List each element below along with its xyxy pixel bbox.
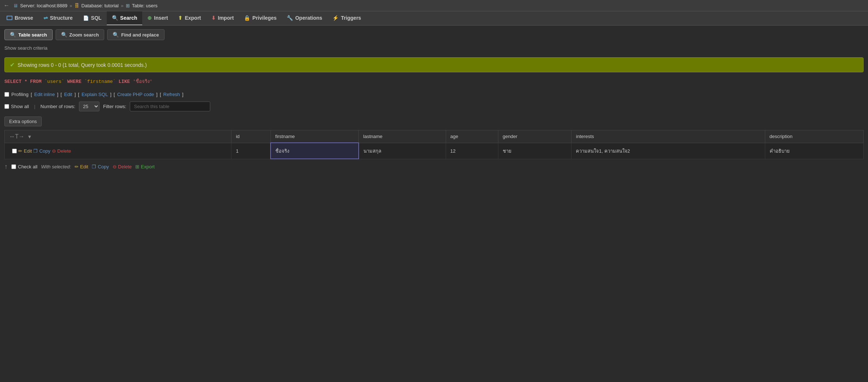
- row-description-value: คำอธิบาย: [770, 148, 790, 154]
- delete-row-icon: ⊖: [52, 148, 56, 154]
- sql-where: WHERE: [67, 79, 82, 84]
- bottom-edit-link[interactable]: ✏ Edit: [75, 164, 88, 169]
- filter-rows-label: Filter rows:: [103, 104, 127, 109]
- sql-table-name: `users`: [44, 79, 64, 84]
- sql-block: SELECT * FROM `users` WHERE `firstname` …: [4, 76, 864, 88]
- tab-operations[interactable]: 🔧 Operations: [282, 11, 327, 25]
- tab-structure[interactable]: ⇌ Structure: [38, 11, 78, 25]
- rows-per-page-select[interactable]: 25 50 100 250: [79, 102, 99, 111]
- db-label: Database: tutorial: [82, 3, 119, 8]
- bottom-copy-label: Copy: [98, 164, 109, 169]
- show-criteria-text: Show search criteria: [4, 45, 48, 51]
- col-header-lastname[interactable]: lastname: [359, 130, 446, 143]
- profiling-line: Profiling [ Edit inline ] [ Edit ] [ Exp…: [4, 92, 864, 97]
- bracket3: [: [61, 92, 62, 97]
- sql-col-name: `firstname`: [84, 79, 116, 84]
- show-criteria-link[interactable]: Show search criteria: [4, 45, 48, 51]
- copy-row-link[interactable]: Copy: [39, 148, 50, 154]
- table-search-label: Table search: [18, 32, 47, 38]
- bottom-edit-label: Edit: [80, 164, 88, 169]
- bottom-export-label: Export: [141, 164, 155, 169]
- tab-operations-label: Operations: [295, 15, 322, 21]
- show-all-checkbox[interactable]: [4, 104, 9, 109]
- col-header-actions[interactable]: ↔T→ ▼: [5, 130, 231, 143]
- refresh-link[interactable]: Refresh: [163, 92, 180, 97]
- col-age-label: age: [450, 134, 458, 139]
- sql-from: FROM: [30, 79, 41, 84]
- tab-export-label: Export: [185, 15, 201, 21]
- tab-insert[interactable]: ⊕ Insert: [142, 11, 173, 25]
- col-lastname-label: lastname: [363, 134, 382, 139]
- show-all-label[interactable]: Show all: [4, 104, 29, 109]
- find-replace-button[interactable]: 🔍 Find and replace: [107, 29, 164, 40]
- profiling-label: Profiling: [11, 92, 29, 97]
- tab-import[interactable]: ⬇ Import: [206, 11, 239, 25]
- bottom-copy-link[interactable]: ❐ Copy: [92, 164, 109, 169]
- bracket1: [: [31, 92, 32, 97]
- bracket2: ]: [57, 92, 59, 97]
- title-bar: ← 🖥 Server: localhost:8889 » 🗄 Database:…: [0, 0, 868, 11]
- bracket4: ]: [75, 92, 76, 97]
- table-label: Table: users: [132, 3, 158, 8]
- row-interests-value: ความสนใจ1, ความสนใจ2: [576, 148, 630, 154]
- bottom-delete-link[interactable]: ⊖ Delete: [113, 164, 132, 169]
- col-header-firstname[interactable]: firstname: [271, 130, 358, 143]
- tab-search[interactable]: 🔍 Search: [107, 11, 143, 25]
- bottom-copy-icon: ❐: [92, 164, 96, 169]
- row-lastname-value: นามสกุล: [363, 148, 381, 154]
- server-icon: 🖥: [13, 3, 18, 8]
- row-firstname-value: ชื่อจริง: [275, 148, 289, 154]
- zoom-search-button[interactable]: 🔍 Zoom search: [56, 29, 105, 40]
- explain-sql-link[interactable]: Explain SQL: [82, 92, 108, 97]
- check-all-checkbox[interactable]: [11, 164, 16, 169]
- filter-rows-input[interactable]: [130, 102, 210, 111]
- check-all-label[interactable]: Check all: [11, 164, 37, 169]
- col-header-id[interactable]: id: [231, 130, 271, 143]
- row-lastname-cell: นามสกุล: [359, 143, 446, 159]
- edit-row-link[interactable]: Edit: [24, 148, 32, 154]
- tab-insert-label: Insert: [154, 15, 168, 21]
- profiling-checkbox[interactable]: [4, 92, 9, 97]
- show-all-text: Show all: [11, 104, 29, 109]
- browse-icon: [7, 16, 12, 20]
- tab-search-label: Search: [120, 15, 137, 21]
- col-gender-label: gender: [503, 134, 517, 139]
- back-button[interactable]: ←: [4, 2, 10, 9]
- zoom-search-label: Zoom search: [69, 32, 99, 38]
- edit-link[interactable]: Edit: [64, 92, 72, 97]
- tab-triggers-label: Triggers: [341, 15, 361, 21]
- col-header-gender[interactable]: gender: [498, 130, 571, 143]
- bottom-export-link[interactable]: ⊞ Export: [135, 164, 155, 169]
- bottom-delete-label: Delete: [118, 164, 132, 169]
- sort-icon[interactable]: ▼: [27, 134, 32, 140]
- sub-nav: 🔍 Table search 🔍 Zoom search 🔍 Find and …: [0, 26, 868, 44]
- col-header-age[interactable]: age: [446, 130, 498, 143]
- up-arrow-icon: ↑: [4, 163, 8, 171]
- col-move-icon: ↔T→: [9, 133, 24, 140]
- row-checkbox[interactable]: [12, 149, 17, 153]
- show-criteria[interactable]: Show search criteria: [0, 44, 868, 54]
- bottom-export-icon: ⊞: [135, 164, 139, 169]
- table-row: ✏ Edit ❐ Copy ⊖ Delete: [5, 143, 864, 159]
- tab-sql[interactable]: 📄 SQL: [78, 11, 107, 25]
- edit-inline-link[interactable]: Edit inline: [34, 92, 55, 97]
- create-php-link[interactable]: Create PHP code: [117, 92, 154, 97]
- row-actions-cell: ✏ Edit ❐ Copy ⊖ Delete: [5, 143, 231, 159]
- extra-options-button[interactable]: Extra options: [4, 116, 42, 126]
- tab-import-label: Import: [218, 15, 234, 21]
- extra-options-label: Extra options: [9, 119, 37, 124]
- col-header-interests[interactable]: interests: [571, 130, 765, 143]
- banner-message: Showing rows 0 - 0 (1 total, Query took …: [18, 62, 147, 68]
- data-table-wrapper: ↔T→ ▼ id firstname lastname age gender: [4, 130, 864, 160]
- tab-export[interactable]: ⬆ Export: [173, 11, 206, 25]
- copy-row-icon: ❐: [33, 148, 38, 154]
- row-age-value: 12: [450, 148, 456, 154]
- col-header-description[interactable]: description: [765, 130, 863, 143]
- table-icon: ⊞: [126, 3, 130, 8]
- delete-row-link[interactable]: Delete: [57, 148, 71, 154]
- table-search-button[interactable]: 🔍 Table search: [4, 29, 53, 40]
- tab-triggers[interactable]: ⚡ Triggers: [327, 11, 366, 25]
- row-interests-cell: ความสนใจ1, ความสนใจ2: [571, 143, 765, 159]
- tab-privileges[interactable]: 🔒 Privileges: [239, 11, 282, 25]
- tab-browse[interactable]: Browse: [1, 11, 38, 25]
